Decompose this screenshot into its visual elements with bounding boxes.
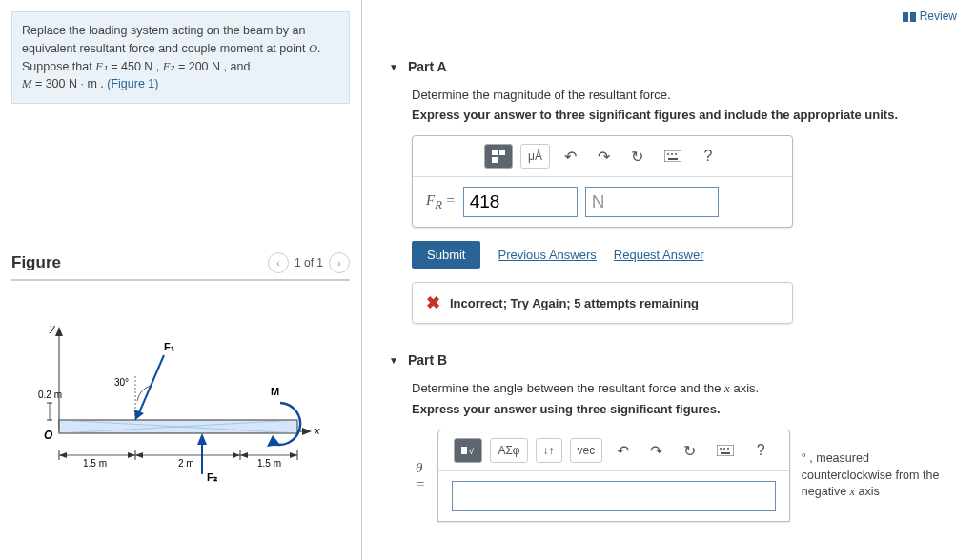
svg-marker-1 [55,327,63,336]
symbols-button[interactable]: ΑΣφ [490,438,527,463]
caret-down-icon: ▼ [389,355,398,366]
undo-button[interactable]: ↶ [558,144,583,169]
redo-button[interactable]: ↷ [591,144,617,169]
svg-rect-49 [668,158,678,160]
svg-marker-32 [128,452,135,458]
part-b-title: Part B [408,352,447,368]
templates-button-b[interactable]: √ [454,438,482,463]
left-panel: Replace the loading system acting on the… [0,0,362,560]
part-b-prompt: Determine the angle between the resultan… [412,381,949,396]
svg-marker-33 [135,452,143,458]
book-icon [903,11,916,21]
part-a-var-label: FR = [426,192,456,212]
previous-answers-link[interactable]: Previous Answers [498,248,596,262]
svg-point-47 [671,153,673,155]
part-a-header[interactable]: ▼ Part A [389,59,949,74]
svg-text:F₁: F₁ [164,341,175,352]
svg-point-55 [727,448,729,450]
figure-nav: ‹ 1 of 1 › [268,252,350,273]
part-b-instructions: Express your answer using three signific… [412,402,949,416]
svg-rect-52 [717,445,734,456]
part-a-unit-input[interactable] [585,187,719,217]
right-panel: Review ▼ Part A Determine the magnitude … [362,0,976,560]
svg-rect-56 [721,452,730,454]
svg-point-46 [667,153,669,155]
part-b: ▼ Part B Determine the angle between the… [389,352,949,522]
svg-point-53 [720,448,722,450]
help-button-b[interactable]: ? [748,438,773,463]
svg-text:y: y [49,322,56,333]
svg-marker-36 [290,452,297,458]
part-b-answer-box: √ ΑΣφ ↓↑ vec ↶ ↷ ↻ ? [437,430,790,522]
svg-text:x: x [314,425,320,436]
reset-button-b[interactable]: ↻ [677,438,702,463]
svg-text:1.5 m: 1.5 m [257,458,281,469]
figure-next-button[interactable]: › [329,252,350,273]
svg-rect-41 [910,12,916,22]
problem-statement: Replace the loading system acting on the… [11,11,350,104]
part-a-prompt: Determine the magnitude of the resultant… [412,88,949,102]
templates-button[interactable] [484,144,513,169]
svg-marker-31 [59,452,67,458]
var-F2: F₂ [163,60,175,73]
svg-text:30°: 30° [114,377,129,388]
svg-marker-35 [240,452,248,458]
figure-counter: 1 of 1 [295,256,323,270]
var-F1: F₁ [95,60,108,73]
svg-line-14 [137,355,164,417]
figure-title: Figure [11,253,61,272]
part-b-header[interactable]: ▼ Part B [389,352,949,368]
problem-text-1: Replace the loading system acting on the… [22,24,309,55]
part-b-value-input[interactable] [452,481,776,511]
arrows-button[interactable]: ↓↑ [536,438,562,463]
incorrect-icon: ✖ [426,292,440,313]
svg-marker-22 [267,435,280,447]
svg-text:2 m: 2 m [178,458,194,469]
svg-rect-43 [499,150,505,155]
svg-marker-20 [197,433,207,445]
part-a-value-input[interactable] [463,187,578,217]
svg-rect-40 [903,12,908,22]
feedback-text: Incorrect; Try Again; 5 attempts remaini… [450,296,699,310]
part-a-answer-box: μÅ ↶ ↷ ↻ ? FR = [412,135,793,228]
part-b-toolbar: √ ΑΣφ ↓↑ vec ↶ ↷ ↻ ? [438,430,789,471]
figure-diagram: y x O 0.2 m [11,308,350,498]
svg-text:√: √ [469,447,474,456]
svg-marker-4 [302,428,312,435]
undo-button-b[interactable]: ↶ [610,438,636,463]
point-O: O [309,42,317,55]
part-a-feedback: ✖ Incorrect; Try Again; 5 attempts remai… [412,282,793,324]
part-a-submit-button[interactable]: Submit [412,241,480,269]
svg-text:F₂: F₂ [207,471,217,483]
review-link[interactable]: Review [903,10,957,23]
keyboard-button[interactable] [658,144,688,169]
units-button[interactable]: μÅ [520,144,550,169]
var-M: M [22,77,31,90]
svg-point-48 [675,153,677,155]
svg-point-54 [723,448,725,450]
part-a-title: Part A [408,59,447,74]
part-b-suffix: ° , measured counterclockwise from the n… [802,450,949,501]
help-button[interactable]: ? [696,144,721,169]
svg-rect-42 [492,150,498,155]
keyboard-button-b[interactable] [710,438,741,463]
svg-rect-50 [461,447,467,454]
figure-prev-button[interactable]: ‹ [268,252,289,273]
part-a: ▼ Part A Determine the magnitude of the … [389,59,949,324]
svg-text:M: M [271,386,279,397]
svg-marker-34 [233,452,240,458]
vec-button[interactable]: vec [570,438,603,463]
svg-text:O: O [44,429,53,442]
svg-rect-45 [664,150,681,162]
figure-section: Figure ‹ 1 of 1 › y x [11,247,350,498]
part-b-var-label: θ = [412,460,426,492]
caret-down-icon: ▼ [389,62,398,72]
svg-text:1.5 m: 1.5 m [83,458,107,469]
reset-button[interactable]: ↻ [624,144,650,169]
svg-text:0.2 m: 0.2 m [38,390,62,400]
redo-button-b[interactable]: ↷ [643,438,669,463]
request-answer-link[interactable]: Request Answer [614,248,704,262]
figure-link[interactable]: (Figure 1) [107,77,158,90]
part-a-instructions: Express your answer to three significant… [412,108,949,122]
svg-rect-44 [492,157,498,163]
